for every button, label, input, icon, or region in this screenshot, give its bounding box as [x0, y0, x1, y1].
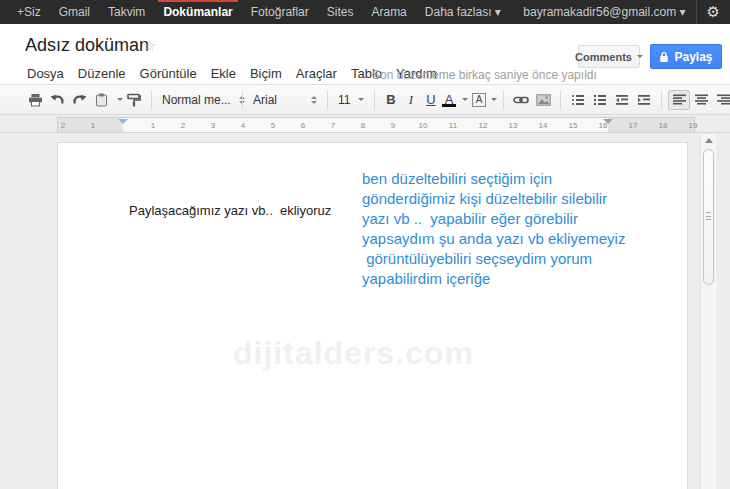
document-title[interactable]: Adsız doküman: [25, 35, 149, 56]
updown-icon: [311, 93, 317, 107]
scrollbar-grip: [706, 212, 711, 220]
blue-text-line[interactable]: görüntülüyebiliri seçseydim yorum: [362, 249, 662, 269]
ruler-number: 3: [211, 121, 215, 130]
toolbar-separator: [327, 91, 328, 109]
increase-indent-icon[interactable]: [633, 90, 655, 110]
numbered-list-icon[interactable]: [567, 90, 589, 110]
ruler-number: 17: [629, 121, 638, 130]
share-button-label: Paylaş: [674, 50, 712, 64]
redo-icon[interactable]: [68, 90, 90, 110]
menu-bi-im[interactable]: Biçim: [243, 64, 289, 83]
document-page[interactable]: dijitalders.com Paylaşacağımız yazı vb..…: [57, 142, 688, 489]
font-size-value: 11: [338, 93, 353, 107]
topbar-item-foto-raflar[interactable]: Fotoğraflar: [242, 0, 318, 24]
blue-text-line[interactable]: yazı vb .. yapabilir eğer görebilir: [362, 209, 662, 229]
blue-text-line[interactable]: gönderdiğimiz kişi düzeltebilir silebili…: [362, 189, 662, 209]
scrollbar-thumb[interactable]: [703, 149, 714, 285]
menu-dosya[interactable]: Dosya: [20, 64, 71, 83]
topbar-item-gmail[interactable]: Gmail: [50, 0, 99, 24]
topbar-right: bayramakadir56@gmail.com ▾ ⚙: [523, 0, 730, 24]
account-menu[interactable]: bayramakadir56@gmail.com ▾: [523, 5, 695, 19]
ruler-number: 11: [449, 121, 457, 130]
decrease-indent-icon[interactable]: [611, 90, 633, 110]
blue-text-line[interactable]: yapsaydım şu anda yazı vb ekliyemeyiz: [362, 229, 662, 249]
topbar-item-arama[interactable]: Arama: [362, 0, 415, 24]
paint-format-icon[interactable]: [123, 90, 145, 110]
toolbar-separator: [560, 91, 561, 109]
menu-ara-lar[interactable]: Araçlar: [289, 64, 344, 83]
menu-d-zenle[interactable]: Düzenle: [71, 64, 133, 83]
align-right-icon[interactable]: [712, 90, 730, 110]
ruler-number: 13: [509, 121, 518, 130]
menu-g-r-nt-le[interactable]: Görüntüle: [133, 64, 204, 83]
star-icon[interactable]: ☆: [143, 37, 156, 55]
print-icon[interactable]: [24, 90, 46, 110]
font-size-dropdown[interactable]: 11: [334, 93, 368, 107]
vertical-scrollbar[interactable]: [700, 134, 716, 489]
text-color-button[interactable]: A: [441, 92, 457, 107]
bulleted-list-icon[interactable]: [589, 90, 611, 110]
highlight-dropdown-arrow[interactable]: [491, 98, 497, 104]
bold-button[interactable]: B: [381, 92, 401, 107]
ruler-number: 14: [539, 121, 548, 130]
blue-text-line[interactable]: ben düzeltebiliri seçtiğim için: [362, 169, 662, 189]
ruler-number: 2: [181, 121, 185, 130]
insert-image-icon[interactable]: [532, 90, 554, 110]
align-left-icon[interactable]: [668, 90, 690, 110]
font-dropdown[interactable]: Arial: [249, 93, 321, 107]
toolbar-separator: [503, 91, 504, 109]
topbar-item--siz[interactable]: +Siz: [8, 0, 50, 24]
italic-button[interactable]: I: [401, 92, 421, 108]
ruler-number: 16: [599, 121, 608, 130]
toolbar-separator: [661, 91, 662, 109]
document-workspace: dijitalders.com Paylaşacağımız yazı vb..…: [0, 134, 730, 489]
web-clipboard-icon[interactable]: [90, 90, 112, 110]
ruler-number: 8: [361, 121, 365, 130]
google-docs-window: +SizGmailTakvimDokümanlarFotoğraflarSite…: [0, 0, 730, 489]
ruler-number: 5: [271, 121, 275, 130]
toolbar-separator: [374, 91, 375, 109]
topbar-item-sites[interactable]: Sites: [318, 0, 363, 24]
ruler-number: 4: [241, 121, 245, 130]
ruler-number: 6: [301, 121, 305, 130]
toolbar-separator: [242, 91, 243, 109]
gear-icon[interactable]: ⚙: [697, 0, 730, 24]
google-topbar: +SizGmailTakvimDokümanlarFotoğraflarSite…: [0, 0, 730, 24]
scroll-up-arrow[interactable]: [701, 134, 717, 147]
comments-button[interactable]: Comments: [578, 45, 640, 68]
ruler-number: 1: [151, 121, 155, 130]
topbar-item-daha-fazlas-[interactable]: Daha fazlası ▾: [416, 0, 510, 24]
menu-ekle[interactable]: Ekle: [204, 64, 243, 83]
watermark-text: dijitalders.com: [233, 335, 474, 372]
undo-icon[interactable]: [46, 90, 68, 110]
ruler-number: 7: [331, 121, 335, 130]
topbar-item-dok-manlar[interactable]: Dokümanlar: [154, 0, 241, 24]
toolbar-separator: [151, 91, 152, 109]
align-center-icon[interactable]: [690, 90, 712, 110]
insert-link-icon[interactable]: [510, 90, 532, 110]
ruler-number: 2: [61, 121, 65, 130]
ruler-number: 10: [419, 121, 428, 130]
ruler-number: 9: [391, 121, 395, 130]
topbar-item-takvim[interactable]: Takvim: [99, 0, 154, 24]
chevron-down-icon: [637, 55, 643, 61]
ruler-number: 12: [479, 121, 488, 130]
comments-button-label: Comments: [575, 51, 632, 63]
styles-value: Normal me...: [162, 93, 231, 107]
text-color-dropdown-arrow[interactable]: [462, 98, 468, 104]
highlight-color-button[interactable]: A: [472, 93, 486, 107]
blue-text-line[interactable]: yapabilirdim içeriğe: [362, 269, 662, 289]
ruler-number: 1: [91, 121, 95, 130]
font-value: Arial: [253, 93, 303, 107]
share-button[interactable]: Paylaş: [650, 44, 722, 69]
underline-button[interactable]: U: [421, 92, 441, 107]
blue-text-block[interactable]: ben düzeltebiliri seçtiğim içingönderdiğ…: [362, 169, 662, 289]
ruler-row: 2112345678910111213141516171819: [0, 115, 730, 133]
last-edit-status: Son düzenleme birkaç saniye önce yapıldı: [372, 68, 597, 82]
ruler-strip[interactable]: 2112345678910111213141516171819: [57, 117, 695, 132]
left-indent-marker[interactable]: [118, 119, 128, 129]
ruler-number: 18: [659, 121, 668, 130]
doc-header: Adsız doküman ☆ DosyaDüzenleGörüntüleEkl…: [0, 24, 730, 84]
styles-dropdown[interactable]: Normal me...: [158, 93, 236, 107]
document-paragraph[interactable]: Paylaşacağımız yazı vb.. ekliyoruz: [129, 203, 331, 218]
